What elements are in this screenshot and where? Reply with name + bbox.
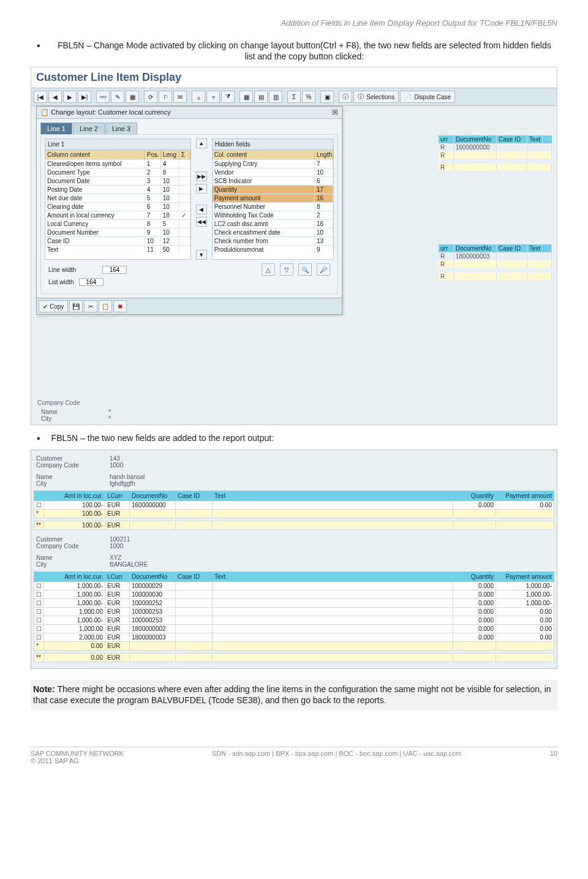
mail-icon[interactable]: ✉ xyxy=(173,91,187,103)
hidden-panel-title: Hidden fields xyxy=(213,139,333,150)
hidden-row[interactable]: Check encashment date10 xyxy=(213,228,333,236)
line1-row[interactable]: Document Type28 xyxy=(45,168,190,176)
tab-line1[interactable]: Line 1 xyxy=(40,123,72,134)
hidden-row[interactable]: Personnel Number8 xyxy=(213,202,333,211)
cust1-customer-label: Customer xyxy=(36,455,110,462)
bullet-1-text: FBL5N – Change Mode activated by clickin… xyxy=(51,40,557,62)
move-left-icon[interactable]: ▶ xyxy=(196,184,207,194)
line-width-input[interactable] xyxy=(102,266,127,274)
report-table-2: Amt in loc.cur. LCurr DocumentNo Case ID… xyxy=(34,572,554,651)
line1-row[interactable]: Local Currency85 xyxy=(45,219,190,228)
layout2-icon[interactable]: ▥ xyxy=(269,91,282,103)
tab-line2[interactable]: Line 2 xyxy=(73,123,105,134)
move-right-icon[interactable]: ◀ xyxy=(196,205,207,214)
col-pos-header: Pos. xyxy=(145,150,161,159)
line1-row[interactable]: Document Date310 xyxy=(45,176,190,185)
cust2-name-label: Name xyxy=(36,554,110,561)
report-table-1: Amt in loc.cur. LCurr DocumentNo Case ID… xyxy=(34,491,554,518)
scroll-down-icon[interactable]: ▼ xyxy=(196,250,207,260)
sap-screenshot-1: Customer Line Item Display |◀ ◀ ▶ ▶| 👓 ✎… xyxy=(31,67,557,425)
cust1-cc-label: Company Code xyxy=(36,462,110,469)
line1-row[interactable]: Cleared/open items symbol14 xyxy=(45,159,190,168)
line1-panel: Line 1 Column content Pos. Leng Σ Cleare… xyxy=(45,138,191,260)
save-layout-icon[interactable]: 💾 xyxy=(69,300,83,312)
scroll-up-icon[interactable]: ▲ xyxy=(196,138,207,148)
grid-icon[interactable]: ▦ xyxy=(239,91,253,103)
prev-icon[interactable]: ◀ xyxy=(48,91,62,103)
change-layout-popup: 📋 Change layout: Customer local currency… xyxy=(36,106,342,315)
line1-row[interactable]: Text1150 xyxy=(45,245,190,254)
dispute-button[interactable]: 📄Dispute Case xyxy=(400,91,455,103)
sap-toolbar: |◀ ◀ ▶ ▶| 👓 ✎ ▦ ⟳ ⚐ ✉ ▵ ▿ ⧩ ▦ ▤ ▥ Σ % ▣ xyxy=(31,88,557,106)
cust2-cc-val: 1000 xyxy=(110,543,123,549)
sort-asc-icon[interactable]: ▵ xyxy=(192,91,205,103)
doc-icon[interactable]: ▦ xyxy=(126,91,139,103)
col-cc-header: Column content xyxy=(45,150,145,159)
move-right-all-icon[interactable]: ◀◀ xyxy=(196,217,207,227)
footer-network: SAP COMMUNITY NETWORK xyxy=(31,750,124,757)
hidden-row[interactable]: Vendor10 xyxy=(213,168,333,176)
sum-icon[interactable]: Σ xyxy=(287,91,301,103)
line1-row[interactable]: Amount in local currency718✓ xyxy=(45,211,190,219)
move-left-all-icon[interactable]: ▶▶ xyxy=(196,172,207,181)
bullet-icon: • xyxy=(37,40,40,51)
bg-city-val: * xyxy=(108,415,111,422)
cust1-name-val: harsh bansal xyxy=(110,473,145,480)
company-code-label: Company Code xyxy=(37,399,80,406)
hidden-len-header: Lngth xyxy=(315,150,333,159)
line1-row[interactable]: Document Number910 xyxy=(45,228,190,236)
last-icon[interactable]: ▶| xyxy=(78,91,91,103)
table-row: ☐2,000.00EUR18000000030.0000.00 xyxy=(34,633,554,641)
sort-desc2-icon[interactable]: ▽ xyxy=(280,263,293,276)
sort-desc-icon[interactable]: ▿ xyxy=(206,91,220,103)
copy-icon[interactable]: 📋 xyxy=(99,300,112,312)
background-grid: urr DocumentNo Case ID Text R1600000000 … xyxy=(439,135,552,280)
layout-icon[interactable]: ▤ xyxy=(254,91,268,103)
hidden-row[interactable]: Quantity17 xyxy=(213,185,333,194)
doc-header: Addition of Fields in Line Item Display … xyxy=(31,18,557,28)
find-icon[interactable]: 🔍 xyxy=(298,263,312,276)
list-width-input[interactable] xyxy=(79,278,104,286)
line1-row[interactable]: Net due date510 xyxy=(45,194,190,202)
export-icon[interactable]: ▣ xyxy=(320,91,334,103)
scissors-icon[interactable]: ✂ xyxy=(84,300,97,312)
copy-button[interactable]: ✔Copy xyxy=(39,300,68,312)
table-row: ☐1,000.00-EUR1000000300.0001,000.00- xyxy=(34,590,554,598)
footer-copyright: © 2011 SAP AG xyxy=(31,757,124,764)
sap-title: Customer Line Item Display xyxy=(31,67,557,88)
subtotal-icon[interactable]: % xyxy=(302,91,315,103)
line1-row[interactable]: Posting Date410 xyxy=(45,185,190,194)
hidden-row[interactable]: Check number from13 xyxy=(213,236,333,245)
popup-close-icon[interactable]: ☒ xyxy=(332,108,338,116)
hidden-row[interactable]: Supplying Cntry7 xyxy=(213,159,333,168)
hidden-row[interactable]: SCB Indicator6 xyxy=(213,176,333,185)
sort-asc2-icon[interactable]: △ xyxy=(262,263,275,276)
refresh-icon[interactable]: ⟳ xyxy=(144,91,157,103)
hidden-row[interactable]: Produktionsmonat9 xyxy=(213,245,333,254)
bg-name-label: Name xyxy=(41,409,108,415)
hidden-row[interactable]: Withholding Tax Code2 xyxy=(213,211,333,219)
first-icon[interactable]: |◀ xyxy=(34,91,47,103)
hidden-row[interactable]: LC2 cash disc.amnt16 xyxy=(213,219,333,228)
selections-button[interactable]: ⓘSelections xyxy=(353,91,399,103)
report-output: Customer143 Company Code1000 Nameharsh b… xyxy=(31,450,557,669)
tab-line3[interactable]: Line 3 xyxy=(105,123,137,134)
bullet-icon-2: • xyxy=(37,432,40,444)
filter-icon[interactable]: ⧩ xyxy=(221,91,235,103)
table-row: ☐100.00-EUR16000000000.0000.00 xyxy=(34,500,554,509)
line1-row[interactable]: Case ID1012 xyxy=(45,236,190,245)
glasses-icon[interactable]: 👓 xyxy=(96,91,110,103)
next-icon[interactable]: ▶ xyxy=(63,91,77,103)
hidden-row[interactable]: Payment amount16 xyxy=(213,194,333,202)
flag-icon[interactable]: ⚐ xyxy=(159,91,172,103)
pencil-icon[interactable]: ✎ xyxy=(111,91,124,103)
cancel-icon[interactable]: ✖ xyxy=(113,300,127,312)
bg-city-label: City xyxy=(41,415,108,422)
find-next-icon[interactable]: 🔎 xyxy=(317,263,330,276)
list-width-label: List width xyxy=(48,279,74,285)
info-icon[interactable]: ⓘ xyxy=(339,91,352,103)
popup-title: 📋 Change layout: Customer local currency xyxy=(40,108,171,116)
table-row: ☐1,000.00-EUR1000002530.0000.00 xyxy=(34,616,554,624)
line1-row[interactable]: Clearing date610 xyxy=(45,202,190,211)
cust1-city-val: fghdfggfh xyxy=(110,480,135,487)
